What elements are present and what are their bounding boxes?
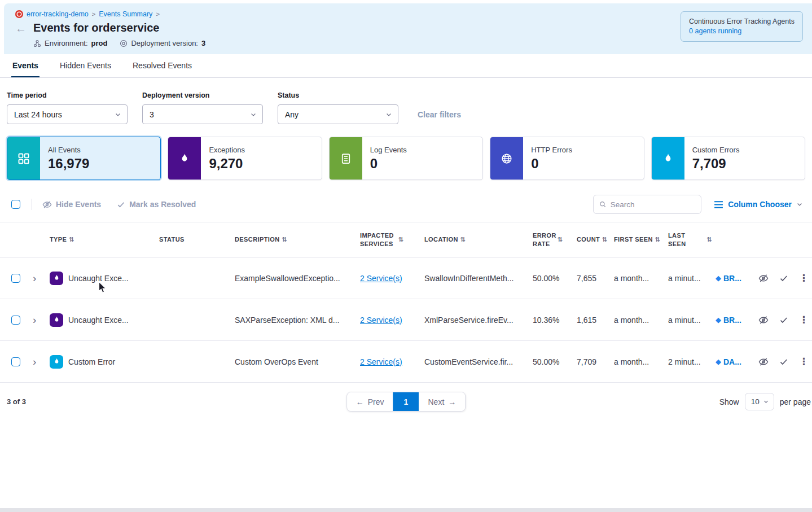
sort-icon[interactable]: ⇅: [282, 235, 288, 243]
row-expand-icon[interactable]: ›: [29, 356, 50, 367]
clear-filters-button[interactable]: Clear filters: [418, 110, 461, 119]
card-label: Log Events: [370, 146, 407, 154]
row-expand-icon[interactable]: ›: [29, 273, 50, 283]
table-header-row: TYPE⇅ STATUS DESCRIPTION⇅ IMPACTED SERVI…: [0, 222, 812, 257]
tab-events[interactable]: Events: [11, 54, 39, 77]
breadcrumb-link-project[interactable]: error-tracking-demo: [27, 10, 89, 18]
card-http-errors[interactable]: HTTP Errors 0: [490, 137, 644, 180]
last-seen-cell: 2 minut...: [668, 357, 716, 366]
row-checkbox[interactable]: [11, 274, 20, 283]
globe-icon: [501, 153, 512, 164]
ticket-diamond-icon: ◆: [716, 316, 721, 324]
next-page-button[interactable]: Next →: [419, 392, 466, 411]
select-all-checkbox[interactable]: [11, 200, 20, 209]
last-seen-cell: a minut...: [668, 316, 716, 325]
hide-event-icon[interactable]: [758, 273, 769, 283]
event-type-label: Uncaught Exce...: [68, 274, 129, 283]
prev-page-button[interactable]: ← Prev: [347, 392, 393, 411]
sort-icon[interactable]: ⇅: [558, 235, 563, 243]
deployment-version-select[interactable]: 3: [142, 104, 263, 124]
ticket-link[interactable]: ◆ DA...: [716, 357, 750, 366]
impacted-services-link[interactable]: 2 Service(s): [360, 316, 402, 325]
search-input[interactable]: [611, 200, 696, 209]
resolve-event-icon[interactable]: [779, 274, 788, 283]
card-custom-errors[interactable]: Custom Errors 7,709: [651, 137, 805, 180]
sort-icon[interactable]: ⇅: [460, 235, 466, 243]
column-header-last-seen[interactable]: LAST SEEN⇅: [668, 231, 716, 248]
row-menu-icon[interactable]: ⋮: [799, 314, 808, 326]
count-cell: 7,655: [577, 274, 614, 283]
column-header-count[interactable]: COUNT⇅: [577, 235, 614, 243]
environment-icon: [33, 40, 41, 47]
environment-info: Environment: prod: [33, 39, 107, 47]
page-size-value: 10: [751, 397, 760, 406]
column-header-impacted-services[interactable]: IMPACTED SERVICES⇅: [355, 231, 422, 248]
chevron-down-icon: [763, 399, 769, 405]
deployment-version-icon: [120, 40, 128, 47]
sort-icon[interactable]: ⇅: [602, 235, 608, 243]
error-tracking-logo-icon: [15, 10, 23, 18]
column-header-type[interactable]: TYPE⇅: [50, 235, 157, 243]
hide-events-button[interactable]: Hide Events: [42, 200, 101, 209]
mark-resolved-button[interactable]: Mark as Resolved: [117, 200, 196, 209]
row-checkbox[interactable]: [11, 357, 20, 366]
row-menu-icon[interactable]: ⋮: [799, 356, 808, 367]
chevron-down-icon: [250, 111, 257, 118]
column-header-status: STATUS: [157, 235, 230, 243]
time-period-label: Time period: [7, 91, 128, 99]
card-all-events[interactable]: All Events 16,979: [7, 137, 161, 180]
card-log-events[interactable]: Log Events 0: [329, 137, 483, 180]
resolve-event-icon[interactable]: [779, 357, 788, 366]
flame-icon: [53, 274, 60, 282]
column-header-error-rate[interactable]: ERROR RATE⇅: [533, 231, 577, 248]
agents-running-link[interactable]: 0 agents running: [689, 27, 795, 36]
impacted-services-link[interactable]: 2 Service(s): [360, 274, 402, 283]
sort-icon[interactable]: ⇅: [398, 235, 404, 243]
menu-icon: [714, 200, 723, 209]
location-cell: XmlParseService.fireEv...: [422, 316, 533, 325]
row-expand-icon[interactable]: ›: [29, 314, 50, 325]
column-header-location[interactable]: LOCATION⇅: [422, 235, 533, 243]
table-row: › Uncaught Exce... SAXParseException: XM…: [0, 299, 812, 341]
ticket-link[interactable]: ◆ BR...: [716, 274, 750, 283]
hide-events-label: Hide Events: [56, 200, 101, 209]
card-value: 9,270: [209, 156, 245, 172]
ticket-link[interactable]: ◆ BR...: [716, 316, 750, 325]
agents-status-card: Continuous Error Tracking Agents 0 agent…: [681, 11, 803, 42]
flame-icon: [179, 153, 190, 164]
time-period-select[interactable]: Last 24 hours: [7, 104, 128, 124]
page-size-select[interactable]: 10: [745, 393, 774, 410]
row-menu-icon[interactable]: ⋮: [799, 272, 808, 284]
pagination-bar: 3 of 3 ← Prev 1 Next → Show 10 per page: [0, 383, 812, 410]
document-icon: [340, 153, 352, 164]
table-toolbar: Hide Events Mark as Resolved Column Choo…: [0, 180, 812, 222]
eye-off-icon: [42, 200, 52, 209]
sort-icon[interactable]: ⇅: [706, 235, 712, 243]
tab-hidden-events[interactable]: Hidden Events: [59, 54, 112, 77]
mark-resolved-label: Mark as Resolved: [129, 200, 196, 209]
column-header-first-seen[interactable]: FIRST SEEN⇅: [614, 235, 668, 243]
horizontal-scrollbar[interactable]: [0, 508, 812, 512]
status-select[interactable]: Any: [278, 104, 398, 124]
column-chooser-button[interactable]: Column Chooser: [714, 200, 803, 209]
error-rate-cell: 50.00%: [533, 274, 577, 283]
hide-event-icon[interactable]: [758, 357, 769, 367]
sort-icon[interactable]: ⇅: [69, 235, 74, 243]
pagination-summary: 3 of 3: [7, 397, 26, 406]
row-checkbox[interactable]: [11, 316, 20, 325]
tab-resolved-events[interactable]: Resolved Events: [131, 54, 193, 77]
table-row: › Uncaught Exce... ExampleSwallowedExcep…: [0, 257, 812, 299]
exception-type-icon: [50, 313, 63, 327]
resolve-event-icon[interactable]: [779, 316, 788, 325]
page-number-button[interactable]: 1: [393, 392, 419, 411]
back-arrow-icon[interactable]: ←: [15, 23, 27, 34]
breadcrumb-link-events-summary[interactable]: Events Summary: [99, 10, 152, 18]
hide-event-icon[interactable]: [758, 315, 769, 325]
sort-icon[interactable]: ⇅: [655, 235, 661, 243]
column-header-description[interactable]: DESCRIPTION⇅: [230, 235, 355, 243]
card-exceptions[interactable]: Exceptions 9,270: [168, 137, 322, 180]
impacted-services-link[interactable]: 2 Service(s): [360, 357, 402, 366]
toolbar-divider: [32, 199, 32, 210]
error-rate-cell: 10.36%: [533, 316, 577, 325]
deployment-value: 3: [201, 39, 205, 47]
